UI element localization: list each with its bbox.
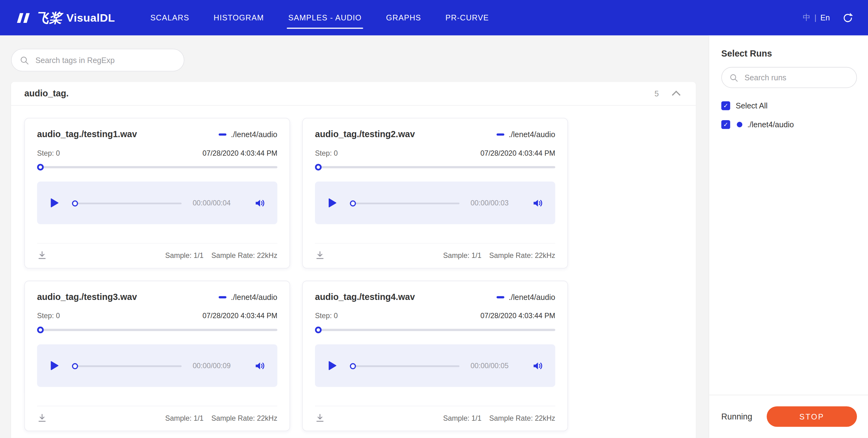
- run-checkbox[interactable]: ✓: [721, 120, 730, 129]
- run-name: ./lenet4/audio: [509, 130, 555, 139]
- lang-en[interactable]: En: [820, 13, 830, 22]
- time-display: 00:00/00:05: [470, 362, 508, 370]
- time-display: 00:00/00:03: [470, 198, 508, 207]
- step-slider-handle[interactable]: [37, 326, 44, 333]
- step-slider[interactable]: [37, 164, 277, 170]
- lang-divider: |: [814, 13, 817, 22]
- refresh-icon[interactable]: [842, 12, 854, 24]
- volume-icon[interactable]: [532, 197, 543, 209]
- search-icon: [20, 55, 29, 65]
- play-button[interactable]: [50, 198, 59, 208]
- progress-slider[interactable]: [350, 362, 460, 369]
- progress-handle[interactable]: [350, 363, 356, 369]
- audio-tag-panel: audio_tag. 5 audio_tag./testing1.wav ./l…: [11, 82, 696, 438]
- sample-rate: Sample Rate: 22kHz: [489, 251, 555, 259]
- step-label: Step: 0: [315, 312, 338, 320]
- timestamp: 07/28/2020 4:03:44 PM: [480, 149, 555, 157]
- progress-track: [355, 202, 460, 204]
- audio-title: audio_tag./testing2.wav: [315, 129, 415, 139]
- progress-handle[interactable]: [350, 200, 356, 206]
- language-toggle: 中 | En: [803, 13, 830, 23]
- play-button[interactable]: [50, 361, 59, 370]
- progress-handle[interactable]: [72, 363, 78, 369]
- step-slider-handle[interactable]: [37, 164, 44, 170]
- audio-card-grid: audio_tag./testing1.wav ./lenet4/audio S…: [11, 106, 696, 438]
- step-label: Step: 0: [37, 312, 60, 320]
- visualdl-app: 飞桨 VisualDL SCALARS HISTOGRAM SAMPLES - …: [0, 0, 868, 438]
- nav-menu: SCALARS HISTOGRAM SAMPLES - AUDIO GRAPHS…: [150, 0, 489, 35]
- sidebar-title: Select Runs: [721, 49, 868, 59]
- download-icon[interactable]: [315, 413, 325, 423]
- play-button[interactable]: [328, 361, 337, 370]
- nav-item-pr-curve[interactable]: PR-CURVE: [445, 0, 489, 35]
- step-slider-track: [37, 329, 277, 331]
- progress-slider[interactable]: [72, 362, 182, 369]
- nav-item-histogram[interactable]: HISTOGRAM: [214, 0, 264, 35]
- step-label: Step: 0: [37, 149, 60, 157]
- step-slider-handle[interactable]: [315, 164, 322, 170]
- audio-player: 00:00/00:05: [315, 344, 555, 387]
- search-tags-input[interactable]: [34, 55, 176, 65]
- nav-item-samples-audio[interactable]: SAMPLES - AUDIO: [288, 0, 362, 35]
- chevron-up-icon[interactable]: [672, 91, 681, 99]
- search-icon: [729, 73, 738, 82]
- navbar-right: 中 | En: [803, 12, 854, 24]
- status-text: Running: [721, 412, 752, 421]
- sample-count: Sample: 1/1: [165, 251, 204, 259]
- select-all-row: ✓ Select All: [721, 101, 868, 110]
- download-icon[interactable]: [37, 250, 47, 260]
- lang-zh[interactable]: 中: [803, 13, 810, 23]
- sample-count: Sample: 1/1: [443, 251, 481, 259]
- sample-rate: Sample Rate: 22kHz: [211, 251, 277, 259]
- run-color-dash: [219, 296, 226, 299]
- search-runs-input[interactable]: [744, 72, 849, 83]
- step-slider[interactable]: [315, 164, 555, 170]
- audio-title: audio_tag./testing1.wav: [37, 129, 137, 139]
- step-slider-track: [315, 329, 555, 331]
- top-navbar: 飞桨 VisualDL SCALARS HISTOGRAM SAMPLES - …: [0, 0, 868, 35]
- run-name: ./lenet4/audio: [509, 293, 555, 302]
- select-all-label: Select All: [736, 101, 768, 110]
- run-color-dash: [496, 296, 504, 299]
- run-name: ./lenet4/audio: [231, 130, 277, 139]
- audio-card: audio_tag./testing3.wav ./lenet4/audio S…: [24, 281, 290, 431]
- tag-count: 5: [655, 89, 659, 98]
- panel-header: audio_tag. 5: [11, 82, 696, 106]
- time-display: 00:00/00:04: [193, 198, 231, 207]
- nav-item-scalars[interactable]: SCALARS: [150, 0, 189, 35]
- sample-rate: Sample Rate: 22kHz: [211, 414, 277, 422]
- volume-icon[interactable]: [532, 360, 543, 371]
- stop-button[interactable]: STOP: [767, 406, 857, 427]
- visualdl-logo: 飞桨 VisualDL: [16, 9, 115, 27]
- progress-track: [77, 365, 182, 367]
- paddle-logo-icon: [16, 12, 32, 24]
- search-runs-box: [721, 67, 857, 88]
- play-button[interactable]: [328, 198, 337, 208]
- volume-icon[interactable]: [254, 360, 265, 371]
- step-slider-track: [37, 166, 277, 168]
- run-color-dot: [737, 122, 742, 127]
- audio-player: 00:00/00:09: [37, 344, 277, 387]
- step-slider[interactable]: [37, 326, 277, 333]
- step-slider-track: [315, 166, 555, 168]
- run-row: ✓ ./lenet4/audio: [721, 120, 868, 129]
- audio-title: audio_tag./testing4.wav: [315, 292, 415, 302]
- time-display: 00:00/00:09: [193, 362, 231, 370]
- download-icon[interactable]: [37, 413, 47, 423]
- panel-title: audio_tag.: [24, 89, 69, 98]
- logo-name: VisualDL: [66, 11, 115, 24]
- runs-sidebar: Select Runs ✓ Select All ✓ ./lenet4/audi…: [709, 35, 868, 438]
- progress-slider[interactable]: [72, 199, 182, 206]
- select-all-checkbox[interactable]: ✓: [721, 101, 730, 110]
- audio-card: audio_tag./testing1.wav ./lenet4/audio S…: [24, 118, 290, 269]
- step-slider[interactable]: [315, 326, 555, 333]
- volume-icon[interactable]: [254, 197, 265, 209]
- step-slider-handle[interactable]: [315, 326, 322, 333]
- progress-slider[interactable]: [350, 199, 460, 206]
- audio-title: audio_tag./testing3.wav: [37, 292, 137, 302]
- download-icon[interactable]: [315, 250, 325, 260]
- progress-handle[interactable]: [72, 200, 78, 206]
- nav-item-graphs[interactable]: GRAPHS: [386, 0, 421, 35]
- audio-card: audio_tag./testing2.wav ./lenet4/audio S…: [302, 118, 568, 269]
- timestamp: 07/28/2020 4:03:44 PM: [203, 312, 277, 320]
